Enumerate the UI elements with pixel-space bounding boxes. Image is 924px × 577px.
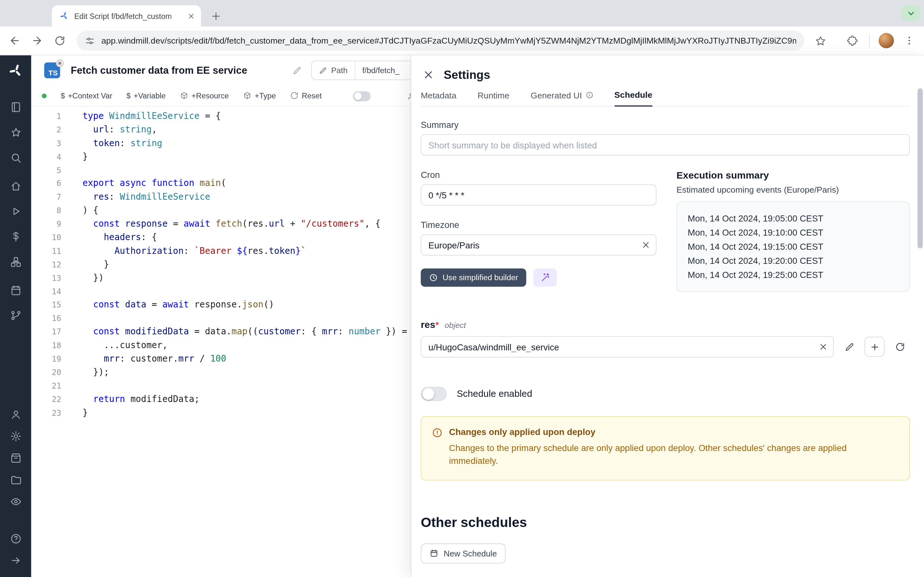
sidebar-bottom <box>0 408 31 568</box>
schedule-event: Mon, 14 Oct 2024, 19:05:00 CEST <box>688 211 899 226</box>
favorites-icon[interactable] <box>9 125 23 139</box>
tab-label: Metadata <box>421 90 456 100</box>
new-schedule-button[interactable]: New Schedule <box>421 543 506 563</box>
assistant-toggle[interactable] <box>353 91 371 101</box>
folders-icon[interactable] <box>9 473 23 487</box>
tab-generated-ui[interactable]: Generated UI <box>531 90 593 106</box>
tab-schedule[interactable]: Schedule <box>614 90 652 106</box>
info-icon <box>586 91 593 99</box>
settings-icon[interactable] <box>9 429 23 443</box>
line-number: 16 <box>31 311 61 325</box>
schedule-enabled-toggle[interactable] <box>421 387 447 401</box>
schedule-form: Cron Timezone Us <box>421 169 656 292</box>
tab-label: Schedule <box>614 90 652 99</box>
code-line <box>82 379 407 393</box>
reset-button[interactable]: Reset <box>290 91 322 100</box>
toolbar-button-label: +Resource <box>192 91 229 100</box>
toolbar-button-label: +Context Var <box>68 91 112 100</box>
line-number: 8 <box>31 204 61 218</box>
line-number: 14 <box>31 285 61 298</box>
tab-search-button[interactable] <box>901 5 920 21</box>
new-tab-button[interactable] <box>208 8 224 24</box>
upcoming-events-list: Mon, 14 Oct 2024, 19:05:00 CESTMon, 14 O… <box>677 201 910 292</box>
tab-close-icon[interactable] <box>186 11 196 21</box>
execution-summary: Execution summary Estimated upcoming eve… <box>677 169 910 292</box>
browser-menu-icon[interactable] <box>901 33 917 48</box>
edit-path-button[interactable]: Path <box>312 61 355 79</box>
summary-label: Summary <box>421 119 909 129</box>
add-resource-button[interactable] <box>864 337 884 357</box>
new-schedule-label: New Schedule <box>444 548 497 558</box>
line-number: 10 <box>31 231 61 244</box>
summary-input[interactable] <box>421 134 909 155</box>
runs-icon[interactable] <box>9 204 23 218</box>
home-icon[interactable] <box>9 179 23 193</box>
badge-decoration <box>56 60 63 67</box>
edit-title-icon[interactable] <box>292 66 301 75</box>
bookmark-star-icon[interactable] <box>813 33 828 48</box>
resource-type: object <box>445 321 466 330</box>
settings-tabs: MetadataRuntimeGenerated UISchedule <box>421 90 909 106</box>
close-settings-button[interactable] <box>421 67 436 82</box>
warning-body: Changes to the primary schedule are only… <box>449 442 897 467</box>
no-other-schedules-text: No other schedules <box>421 575 909 577</box>
variable-button[interactable]: $+Variable <box>126 91 166 100</box>
dollar-icon: $ <box>61 91 65 100</box>
code-line: headers: { <box>82 231 407 244</box>
line-number: 3 <box>31 137 61 150</box>
screen: Edit Script f/bd/fetch_custom app.windmi… <box>0 0 924 577</box>
code-line <box>82 311 407 325</box>
scrollbar-thumb[interactable] <box>918 89 923 249</box>
resource-input[interactable] <box>421 336 834 358</box>
schedules-icon[interactable] <box>9 283 23 297</box>
schedule-event: Mon, 14 Oct 2024, 19:10:00 CEST <box>688 226 899 239</box>
context-var-button[interactable]: $+Context Var <box>61 91 112 100</box>
code-line: export async function main( <box>82 177 407 190</box>
forward-icon[interactable] <box>29 33 45 48</box>
code-line: return modifiedData; <box>82 393 407 406</box>
alert-circle-icon <box>432 427 443 467</box>
ai-wand-button[interactable] <box>533 269 557 287</box>
address-bar[interactable]: app.windmill.dev/scripts/edit/f/bd/fetch… <box>77 31 804 51</box>
flows-icon[interactable] <box>9 308 23 322</box>
windmill-logo[interactable] <box>8 63 23 79</box>
tab-metadata[interactable]: Metadata <box>421 90 456 106</box>
workers-icon[interactable] <box>9 451 23 465</box>
type-button[interactable]: +Type <box>243 91 276 100</box>
docs-icon[interactable] <box>9 100 23 114</box>
profile-avatar[interactable] <box>879 33 894 48</box>
refresh-resource-button[interactable] <box>890 337 909 357</box>
execution-summary-title: Execution summary <box>677 169 910 181</box>
clear-resource-icon[interactable] <box>819 342 828 351</box>
account-icon[interactable] <box>9 408 23 422</box>
code-line: Authorization: `Bearer ${res.token}` <box>82 244 407 258</box>
code-line: ) { <box>82 204 407 218</box>
code-line: const modifiedData = data.map((customer:… <box>82 325 407 338</box>
simplified-builder-button[interactable]: Use simplified builder <box>421 269 526 287</box>
search-icon[interactable] <box>9 151 23 165</box>
back-icon[interactable] <box>7 33 23 48</box>
logs-icon[interactable] <box>9 495 23 509</box>
clear-timezone-icon[interactable] <box>641 240 650 250</box>
site-settings-icon[interactable] <box>85 35 95 45</box>
code-line: } <box>82 406 407 420</box>
variables-icon[interactable] <box>9 229 23 243</box>
browser-tab[interactable]: Edit Script f/bd/fetch_custom <box>52 5 201 27</box>
settings-body: Summary Cron Timezone <box>421 106 909 577</box>
timezone-input[interactable] <box>421 234 656 255</box>
edit-resource-button[interactable] <box>839 337 859 357</box>
help-icon[interactable] <box>9 532 23 546</box>
tab-runtime[interactable]: Runtime <box>478 90 509 106</box>
line-number: 12 <box>31 258 61 271</box>
code-line: }); <box>82 366 407 379</box>
resources-icon[interactable] <box>9 255 23 269</box>
collapse-icon[interactable] <box>9 554 23 568</box>
cron-input[interactable] <box>421 184 656 205</box>
resource-button[interactable]: +Resource <box>180 91 229 100</box>
reload-icon[interactable] <box>52 33 67 48</box>
code-line: url: string, <box>82 123 407 137</box>
line-number: 17 <box>31 325 61 338</box>
extensions-icon[interactable] <box>845 33 860 48</box>
typescript-badge-label: TS <box>48 69 58 77</box>
code-line <box>82 163 407 177</box>
